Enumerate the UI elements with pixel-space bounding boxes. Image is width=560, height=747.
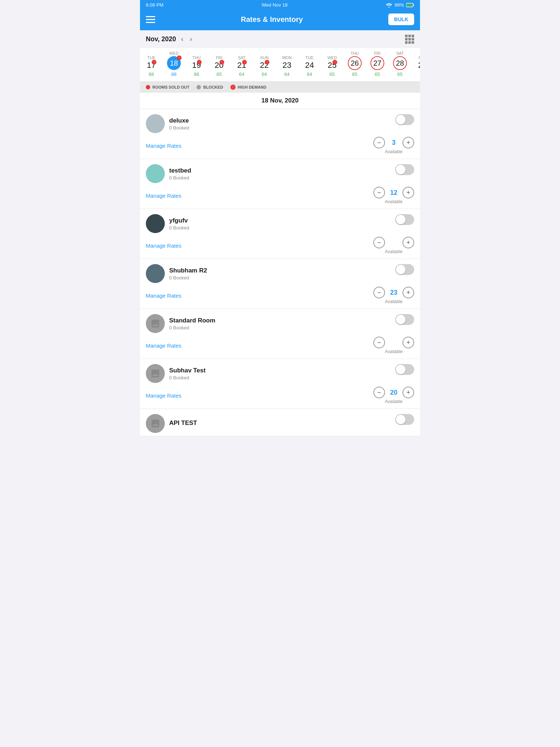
menu-button[interactable]: [146, 16, 155, 23]
calendar-day-24[interactable]: TUE2464: [298, 54, 321, 78]
cal-day-count: 64: [307, 71, 312, 77]
available-label: Available: [385, 399, 402, 404]
room-top-row: deluxe0 Booked: [146, 114, 414, 133]
room-info: Subhav Test0 Booked: [146, 364, 395, 383]
room-availability-toggle[interactable]: [395, 264, 414, 275]
calendar-day-17[interactable]: TUE1788: [140, 54, 163, 78]
calendar-day-25[interactable]: WED2565: [321, 54, 343, 78]
cal-day-num-wrap: 17: [147, 61, 156, 70]
cal-day-count: 64: [262, 71, 267, 77]
decrease-availability-button[interactable]: −: [373, 187, 385, 198]
cal-day-name: THU: [351, 51, 359, 55]
calendar-day-19[interactable]: THU1988: [185, 54, 208, 78]
manage-rates-link[interactable]: Manage Rates: [146, 243, 182, 249]
room-bottom-row: Manage Rates−20+Available: [146, 387, 414, 404]
manage-rates-link[interactable]: Manage Rates: [146, 293, 182, 299]
room-availability-toggle[interactable]: [395, 364, 414, 375]
room-availability-toggle[interactable]: [395, 314, 414, 325]
availability-control: −+Available: [373, 337, 414, 354]
calendar-day-29[interactable]: SUN2965: [411, 54, 420, 78]
cal-day-count: 64: [239, 71, 244, 77]
cal-day-num-wrap: 23: [283, 61, 291, 70]
cal-day-name: THU: [192, 55, 201, 60]
room-image: [146, 114, 165, 133]
room-image: [146, 314, 165, 333]
cal-day-num-wrap: 18: [167, 56, 181, 70]
cal-day-count: 65: [217, 71, 222, 77]
cal-day-name: SUN: [260, 55, 268, 60]
cal-day-count: 88: [149, 71, 154, 77]
cal-day-num-wrap: 26: [348, 56, 362, 70]
page-title: Rates & Inventory: [155, 15, 388, 24]
calendar-day-22[interactable]: SUN2264: [253, 54, 276, 78]
room-bottom-row: Manage Rates−+Available: [146, 337, 414, 354]
room-availability-toggle[interactable]: [395, 414, 414, 425]
high-demand-label: HIGH DEMAND: [238, 85, 267, 89]
increase-availability-button[interactable]: +: [402, 137, 414, 148]
available-label: Available: [385, 199, 402, 204]
increase-availability-button[interactable]: +: [402, 187, 414, 198]
manage-rates-link[interactable]: Manage Rates: [146, 342, 182, 349]
cal-day-count: 65: [397, 71, 402, 77]
room-booked-count: 0 Booked: [169, 275, 207, 280]
room-availability-toggle[interactable]: [395, 164, 414, 175]
svg-rect-1: [407, 4, 412, 6]
calendar-day-18[interactable]: WED1888: [163, 50, 185, 78]
room-text: Subhav Test0 Booked: [169, 367, 206, 380]
cal-day-num-wrap: 27: [370, 56, 384, 70]
decrease-availability-button[interactable]: −: [373, 237, 385, 248]
cal-day-name: MON: [282, 55, 292, 60]
availability-counter: −+: [373, 337, 414, 348]
available-label: Available: [385, 299, 402, 304]
calendar-strip: TUE1788WED1888THU1988FRI2065SAT2164SUN22…: [140, 48, 420, 82]
calendar-days: TUE1788WED1888THU1988FRI2065SAT2164SUN22…: [140, 48, 420, 81]
placeholder-image-icon: [150, 418, 160, 429]
available-count: 3: [389, 139, 398, 147]
room-availability-toggle[interactable]: [395, 114, 414, 125]
calendar-day-26[interactable]: THU2665: [343, 50, 366, 78]
bulk-button[interactable]: BULK: [388, 13, 414, 25]
calendar-day-23[interactable]: MON2364: [276, 54, 298, 78]
room-bottom-row: Manage Rates−3+Available: [146, 137, 414, 154]
available-label: Available: [385, 149, 402, 154]
increase-availability-button[interactable]: +: [402, 287, 414, 298]
calendar-day-20[interactable]: FRI2065: [208, 54, 230, 78]
decrease-availability-button[interactable]: −: [373, 387, 385, 398]
cal-day-name: FRI: [216, 55, 222, 60]
room-name: yfgufv: [169, 217, 189, 224]
decrease-availability-button[interactable]: −: [373, 287, 385, 298]
cal-day-num-wrap: 28: [393, 56, 407, 70]
calendar-grid-view-button[interactable]: [405, 35, 414, 44]
room-info: testbed0 Booked: [146, 164, 395, 183]
room-text: Standard Room0 Booked: [169, 317, 215, 330]
decrease-availability-button[interactable]: −: [373, 137, 385, 148]
prev-month-button[interactable]: ‹: [180, 34, 185, 44]
high-demand-dot: ↑: [230, 85, 236, 90]
manage-rates-link[interactable]: Manage Rates: [146, 392, 182, 399]
availability-control: −23+Available: [373, 287, 414, 304]
cal-day-num-wrap: 25: [328, 61, 337, 70]
calendar-day-21[interactable]: SAT2164: [230, 54, 253, 78]
manage-rates-link[interactable]: Manage Rates: [146, 193, 182, 199]
calendar-day-28[interactable]: SAT2865: [389, 50, 411, 78]
increase-availability-button[interactable]: +: [402, 237, 414, 248]
cal-day-count: 65: [352, 71, 357, 77]
increase-availability-button[interactable]: +: [402, 387, 414, 398]
availability-control: −12+Available: [373, 187, 414, 204]
cal-day-number: 23: [283, 61, 291, 70]
calendar-day-27[interactable]: FRI2765: [366, 50, 389, 78]
sold-out-dot: [146, 85, 150, 89]
availability-counter: −12+: [373, 187, 414, 198]
battery-icon: [406, 3, 414, 7]
room-image: [146, 164, 165, 183]
room-image: [146, 364, 165, 383]
increase-availability-button[interactable]: +: [402, 337, 414, 348]
next-month-button[interactable]: ›: [188, 34, 194, 44]
room-availability-toggle[interactable]: [395, 214, 414, 225]
cal-day-count: 88: [171, 71, 176, 77]
demand-indicator: [177, 55, 182, 60]
manage-rates-link[interactable]: Manage Rates: [146, 143, 182, 149]
demand-indicator: [219, 60, 224, 65]
availability-counter: −20+: [373, 387, 414, 398]
decrease-availability-button[interactable]: −: [373, 337, 385, 348]
